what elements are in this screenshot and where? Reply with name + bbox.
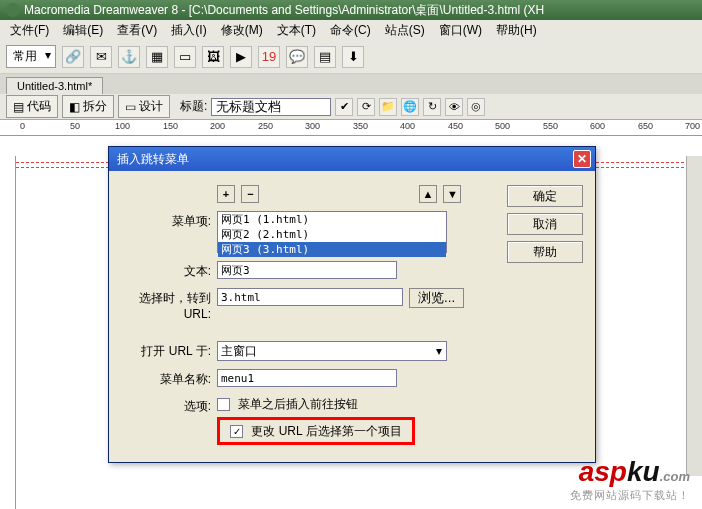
menu-view[interactable]: 查看(V) xyxy=(111,20,163,41)
email-icon[interactable]: ✉ xyxy=(90,46,112,68)
opt1-label: 菜单之后插入前往按钮 xyxy=(238,397,358,411)
list-item[interactable]: 网页1 (1.html) xyxy=(218,212,446,227)
add-item-button[interactable]: + xyxy=(217,185,235,203)
watermark: aspku.com 免费网站源码下载站！ xyxy=(570,456,690,503)
document-tabs: Untitled-3.html* xyxy=(0,74,702,94)
split-view-button[interactable]: ◧拆分 xyxy=(62,95,114,118)
window-titlebar: Macromedia Dreamweaver 8 - [C:\Documents… xyxy=(0,0,702,20)
preview-icon[interactable]: 🌐 xyxy=(401,98,419,116)
app-icon xyxy=(6,3,20,17)
document-tab[interactable]: Untitled-3.html* xyxy=(6,77,103,94)
document-toolbar: ▤代码 ◧拆分 ▭设计 标题: ✔ ⟳ 📁 🌐 ↻ 👁 ◎ xyxy=(0,94,702,120)
tag-icon[interactable]: ⬇ xyxy=(342,46,364,68)
move-down-button[interactable]: ▼ xyxy=(443,185,461,203)
close-icon[interactable]: ✕ xyxy=(573,150,591,168)
vertical-ruler xyxy=(0,156,16,509)
move-up-button[interactable]: ▲ xyxy=(419,185,437,203)
menu-window[interactable]: 窗口(W) xyxy=(433,20,488,41)
menu-help[interactable]: 帮助(H) xyxy=(490,20,543,41)
menu-commands[interactable]: 命令(C) xyxy=(324,20,377,41)
anchor-icon[interactable]: ⚓ xyxy=(118,46,140,68)
menu-site[interactable]: 站点(S) xyxy=(379,20,431,41)
media-icon[interactable]: ▶ xyxy=(230,46,252,68)
options-label: 选项: xyxy=(121,396,217,415)
table-icon[interactable]: ▦ xyxy=(146,46,168,68)
image-icon[interactable]: 🖼 xyxy=(202,46,224,68)
dialog-titlebar: 插入跳转菜单 ✕ xyxy=(109,147,595,171)
view-options-icon[interactable]: 👁 xyxy=(445,98,463,116)
menu-modify[interactable]: 修改(M) xyxy=(215,20,269,41)
opt2-checkbox[interactable]: ✓ xyxy=(230,425,243,438)
hyperlink-icon[interactable]: 🔗 xyxy=(62,46,84,68)
menu-text[interactable]: 文本(T) xyxy=(271,20,322,41)
openin-label: 打开 URL 于: xyxy=(121,341,217,360)
title-input[interactable] xyxy=(211,98,331,116)
menuitems-listbox[interactable]: 网页1 (1.html) 网页2 (2.html) 网页3 (3.html) xyxy=(217,211,447,253)
browser-check-icon[interactable]: ⟳ xyxy=(357,98,375,116)
insert-toolbar: 常用 🔗 ✉ ⚓ ▦ ▭ 🖼 ▶ 19 💬 ▤ ⬇ xyxy=(0,40,702,74)
code-view-button[interactable]: ▤代码 xyxy=(6,95,58,118)
design-view-button[interactable]: ▭设计 xyxy=(118,95,170,118)
refresh-icon[interactable]: ↻ xyxy=(423,98,441,116)
dialog-title: 插入跳转菜单 xyxy=(117,151,189,168)
visual-aids-icon[interactable]: ◎ xyxy=(467,98,485,116)
comment-icon[interactable]: 💬 xyxy=(286,46,308,68)
menuname-label: 菜单名称: xyxy=(121,369,217,388)
menuname-input[interactable] xyxy=(217,369,397,387)
ok-button[interactable]: 确定 xyxy=(507,185,583,207)
url-input[interactable] xyxy=(217,288,403,306)
menu-file[interactable]: 文件(F) xyxy=(4,20,55,41)
list-item[interactable]: 网页2 (2.html) xyxy=(218,227,446,242)
opt2-label: 更改 URL 后选择第一个项目 xyxy=(251,424,401,438)
window-title: Macromedia Dreamweaver 8 - [C:\Documents… xyxy=(24,2,544,19)
date-icon[interactable]: 19 xyxy=(258,46,280,68)
template-icon[interactable]: ▤ xyxy=(314,46,336,68)
horizontal-ruler: 0 50 100 150 200 250 300 350 400 450 500… xyxy=(0,120,702,136)
list-item[interactable]: 网页3 (3.html) xyxy=(218,242,446,257)
layer-icon[interactable]: ▭ xyxy=(174,46,196,68)
help-button[interactable]: 帮助 xyxy=(507,241,583,263)
title-label: 标题: xyxy=(180,98,207,115)
text-label: 文本: xyxy=(121,261,217,280)
opt1-checkbox[interactable] xyxy=(217,398,230,411)
cancel-button[interactable]: 取消 xyxy=(507,213,583,235)
vertical-scrollbar[interactable] xyxy=(686,156,702,476)
url-label: 选择时，转到 URL: xyxy=(121,288,217,321)
remove-item-button[interactable]: − xyxy=(241,185,259,203)
category-select[interactable]: 常用 xyxy=(6,45,56,68)
openin-select[interactable]: 主窗口 xyxy=(217,341,447,361)
menuitems-label: 菜单项: xyxy=(121,211,217,230)
validate-icon[interactable]: ✔ xyxy=(335,98,353,116)
menu-insert[interactable]: 插入(I) xyxy=(165,20,212,41)
insert-jump-menu-dialog: 插入跳转菜单 ✕ + − ▲ ▼ 菜单项: 网页1 (1.html) xyxy=(108,146,596,463)
menu-edit[interactable]: 编辑(E) xyxy=(57,20,109,41)
text-input[interactable] xyxy=(217,261,397,279)
browse-button[interactable]: 浏览... xyxy=(409,288,464,308)
file-mgmt-icon[interactable]: 📁 xyxy=(379,98,397,116)
highlight-box: ✓ 更改 URL 后选择第一个项目 xyxy=(217,417,415,445)
menubar: 文件(F) 编辑(E) 查看(V) 插入(I) 修改(M) 文本(T) 命令(C… xyxy=(0,20,702,40)
